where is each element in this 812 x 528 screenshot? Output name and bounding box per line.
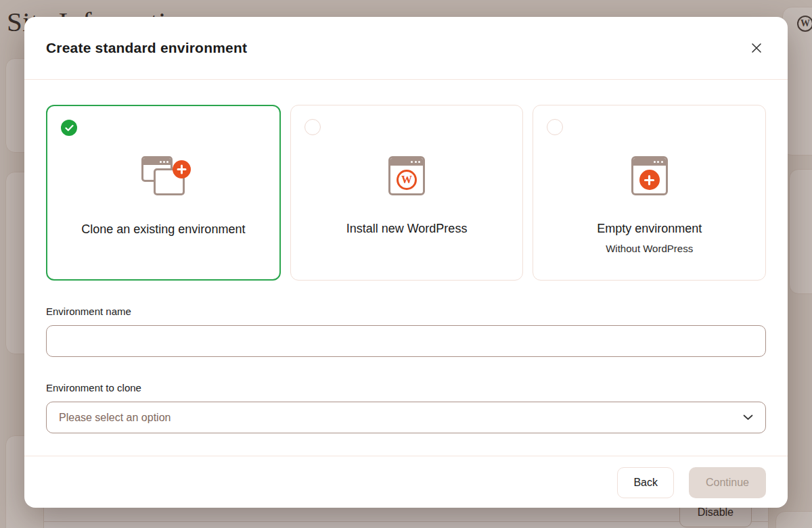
close-icon[interactable] <box>747 39 766 57</box>
select-placeholder: Please select an option <box>59 412 743 424</box>
chevron-down-icon <box>743 414 753 421</box>
environment-to-clone-label: Environment to clone <box>46 382 766 393</box>
plus-badge-icon <box>173 160 191 178</box>
modal-footer: Back Continue <box>24 456 788 508</box>
option-label: Install new WordPress <box>346 222 468 236</box>
option-label: Empty environment <box>597 222 702 236</box>
create-environment-modal: Create standard environment <box>24 17 788 508</box>
environment-name-input[interactable] <box>46 325 766 357</box>
plus-badge-icon <box>639 170 660 190</box>
environment-name-label: Environment name <box>46 306 766 317</box>
environment-to-clone-select[interactable]: Please select an option <box>46 402 766 433</box>
modal-body: Clone an existing environment W Install … <box>24 80 788 433</box>
modal-title: Create standard environment <box>46 40 247 56</box>
empty-window-icon <box>621 150 678 201</box>
check-icon <box>65 124 74 132</box>
environment-type-options: Clone an existing environment W Install … <box>46 105 766 281</box>
option-install-new-wordpress[interactable]: W Install new WordPress <box>290 105 524 281</box>
wordpress-logo-icon: W <box>397 170 417 190</box>
radio-unselected[interactable] <box>304 119 321 135</box>
option-clone-existing-environment[interactable]: Clone an existing environment <box>46 105 281 281</box>
radio-selected[interactable] <box>61 120 77 136</box>
continue-button[interactable]: Continue <box>689 467 766 498</box>
option-empty-environment[interactable]: Empty environment Without WordPress <box>533 105 766 281</box>
modal-header: Create standard environment <box>24 17 788 80</box>
option-sublabel: Without WordPress <box>606 243 693 254</box>
clone-windows-icon <box>135 151 191 202</box>
back-button[interactable]: Back <box>617 467 674 498</box>
wordpress-window-icon: W <box>378 150 435 201</box>
option-label: Clone an existing environment <box>81 222 245 237</box>
radio-unselected[interactable] <box>547 119 563 135</box>
